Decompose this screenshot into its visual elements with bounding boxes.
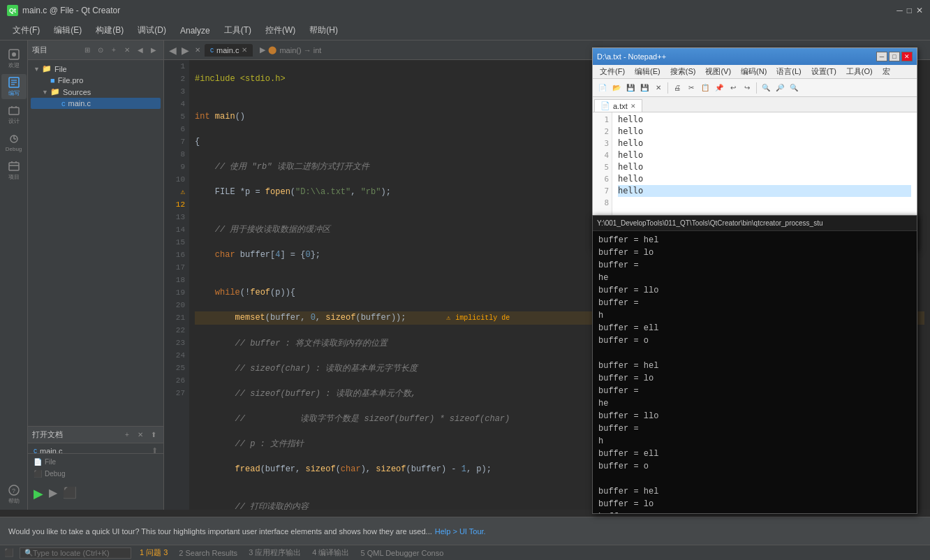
npp-menu-tools[interactable]: 工具(O)	[842, 65, 877, 78]
editor-tab-mainc[interactable]: c main.c ✕	[205, 44, 253, 57]
npp-menu-macro[interactable]: 宏	[878, 65, 894, 78]
npp-menu: 文件(F) 编辑(E) 搜索(S) 视图(V) 编码(N) 语言(L) 设置(T…	[593, 65, 917, 79]
npp-open[interactable]: 📂	[610, 82, 623, 94]
open-docs-title: 打开文档	[32, 429, 63, 440]
npp-tab-icon: 📄	[600, 101, 610, 110]
sidebar-projects[interactable]: 项目	[1, 158, 27, 183]
npp-menu-edit[interactable]: 编辑(E)	[630, 65, 665, 78]
doc-item-mainc[interactable]: c main.c ⬆	[29, 445, 162, 453]
nav-fwd-editor[interactable]: ▶	[179, 45, 191, 56]
stop-btn[interactable]: ⬛	[63, 486, 77, 501]
npp-new[interactable]: 📄	[596, 82, 609, 94]
nav-back-editor[interactable]: ◀	[167, 45, 178, 56]
menu-analyze[interactable]: Analyze	[173, 23, 217, 38]
menu-edit[interactable]: 编辑(E)	[47, 22, 89, 39]
npp-line-4: hello	[618, 149, 911, 161]
svg-text:?: ?	[12, 487, 15, 494]
t-line-1: buffer = hel	[598, 234, 911, 246]
npp-minimize[interactable]: ─	[876, 52, 887, 61]
notification-text: Would you like to take a quick UI tour? …	[8, 527, 432, 536]
close-editor[interactable]: ✕	[192, 45, 203, 56]
open-docs-list: c main.c ⬆	[28, 443, 163, 453]
tab-filename: main.c	[216, 46, 239, 54]
terminal-content[interactable]: buffer = hel buffer = lo buffer = he buf…	[593, 231, 917, 513]
menu-controls[interactable]: 控件(W)	[258, 22, 302, 39]
npp-menu-settings[interactable]: 设置(T)	[807, 65, 841, 78]
npp-save-all[interactable]: 💾	[638, 82, 651, 94]
menu-help[interactable]: 帮助(H)	[302, 22, 345, 39]
close-btn[interactable]: ✕	[916, 6, 923, 15]
open-docs-panel: 打开文档 + ✕ ⬆ c main.c ⬆ �	[28, 426, 163, 510]
menu-file[interactable]: 文件(F)	[6, 22, 47, 39]
status-app-output[interactable]: 3 应用程序输出	[246, 547, 304, 558]
status-qml-debug[interactable]: 5 QML Debugger Conso	[358, 549, 447, 557]
nav-fwd-btn[interactable]: ▶	[148, 45, 159, 56]
sidebar-file-bottom[interactable]: 📄 File	[31, 457, 161, 467]
add-btn[interactable]: +	[108, 45, 119, 56]
link-btn[interactable]: ⊙	[95, 45, 106, 56]
npp-menu-view[interactable]: 视图(V)	[701, 65, 735, 78]
sidebar-editor[interactable]: 编写	[1, 74, 27, 99]
svg-rect-6	[9, 108, 19, 115]
filter-btn[interactable]: ⊞	[82, 45, 93, 56]
open-docs-header: 打开文档 + ✕ ⬆	[28, 427, 163, 443]
npp-menu-file[interactable]: 文件(F)	[596, 65, 629, 78]
close-panel-btn[interactable]: ✕	[121, 45, 133, 56]
npp-menu-encode[interactable]: 编码(N)	[737, 65, 771, 78]
npp-title: D:\a.txt - Notepad++	[597, 52, 666, 61]
t-line-17: h	[598, 435, 911, 448]
menu-tools[interactable]: 工具(T)	[217, 22, 258, 39]
npp-line-6: hello	[618, 173, 911, 185]
docs-add-btn[interactable]: +	[121, 429, 133, 441]
tree-item-file[interactable]: ▼ 📁 File	[31, 63, 161, 75]
pro-icon: ■	[50, 76, 55, 84]
npp-undo[interactable]: ↩	[727, 82, 739, 94]
run-debug-btn[interactable]: ▶	[49, 486, 57, 501]
run-btn[interactable]: ▶	[34, 486, 43, 501]
status-search-results[interactable]: 2 Search Results	[176, 549, 240, 557]
status-search-input[interactable]	[33, 549, 124, 557]
status-compile-output[interactable]: 4 编译输出	[309, 547, 352, 558]
npp-close-doc[interactable]: ✕	[652, 82, 665, 94]
npp-copy[interactable]: 📋	[699, 82, 711, 94]
npp-paste[interactable]: 📌	[713, 82, 725, 94]
npp-menu-lang[interactable]: 语言(L)	[772, 65, 805, 78]
tab-c-icon: c	[210, 46, 214, 54]
npp-find[interactable]: 🔍	[760, 82, 772, 94]
npp-zoom-in[interactable]: 🔎	[774, 82, 786, 94]
tab-close-btn[interactable]: ✕	[242, 46, 247, 54]
npp-tab-close[interactable]: ✕	[630, 103, 636, 110]
tree-item-mainc[interactable]: c main.c	[31, 98, 161, 109]
npp-redo[interactable]: ↪	[741, 82, 753, 94]
npp-menu-search[interactable]: 搜索(S)	[666, 65, 700, 78]
npp-print[interactable]: 🖨	[671, 82, 684, 94]
sidebar-debug[interactable]: Debug	[1, 130, 27, 155]
maximize-btn[interactable]: □	[907, 6, 912, 15]
tree-item-filepro[interactable]: ■ File.pro	[31, 75, 161, 86]
npp-save[interactable]: 💾	[624, 82, 637, 94]
menu-debug[interactable]: 调试(D)	[131, 22, 173, 39]
npp-close[interactable]: ✕	[901, 52, 913, 61]
sidebar: 欢迎 编写 设计 Debug 项目 ? 帮助	[0, 40, 28, 510]
debug-bottom-label: Debug	[45, 470, 65, 478]
npp-zoom-out[interactable]: 🔍	[788, 82, 800, 94]
npp-tab-atxt[interactable]: 📄 a.txt ✕	[594, 99, 642, 112]
sidebar-welcome[interactable]: 欢迎	[1, 46, 27, 71]
doc-scroll: ⬆	[152, 446, 158, 453]
sidebar-debug-bottom[interactable]: ⬛ Debug	[31, 469, 161, 479]
menu-build[interactable]: 构建(B)	[89, 22, 131, 39]
sidebar-design[interactable]: 设计	[1, 102, 27, 127]
t-line-19: buffer = o	[598, 460, 911, 473]
npp-maximize[interactable]: □	[889, 52, 900, 61]
sidebar-help[interactable]: ? 帮助	[1, 482, 27, 507]
npp-cut[interactable]: ✂	[685, 82, 698, 94]
t-line-7: h	[598, 309, 911, 322]
notification-link[interactable]: Help > UI Tour.	[435, 527, 486, 536]
docs-close-btn[interactable]: ✕	[135, 429, 146, 441]
status-problems[interactable]: 1 问题 3	[137, 547, 170, 558]
compile-output-label: 4 编译输出	[312, 547, 349, 558]
docs-scroll-btn[interactable]: ⬆	[148, 429, 159, 441]
minimize-btn[interactable]: ─	[896, 6, 903, 15]
nav-back-btn[interactable]: ◀	[135, 45, 146, 56]
tree-item-sources[interactable]: ▼ 📁 Sources	[31, 86, 161, 98]
